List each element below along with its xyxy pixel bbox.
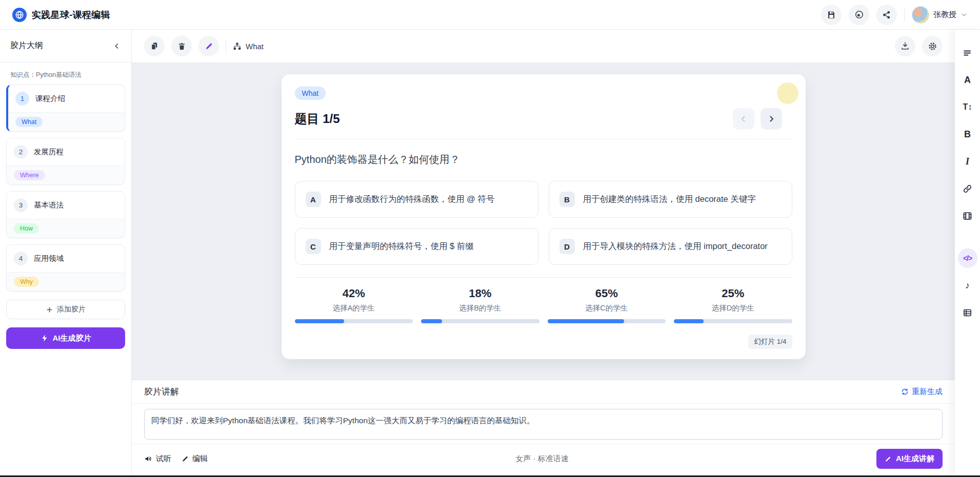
slide-type-label: What — [246, 42, 264, 51]
slide-number: 2 — [14, 145, 28, 159]
option-text: 用于创建类的特殊语法，使用 decorate 关键字 — [583, 194, 756, 205]
slide-title: 应用领域 — [34, 254, 64, 263]
outline-sidebar: 胶片大纲 知识点：Python基础语法 1 课程介绍 What — [0, 30, 132, 475]
settings-button[interactable] — [922, 36, 943, 56]
ai-generate-narration-label: AI生成讲解 — [896, 454, 934, 464]
edit-slide-button[interactable] — [198, 36, 219, 56]
slide-card-2[interactable]: 2 发展历程 Where — [6, 138, 125, 185]
progress-fill — [421, 319, 442, 323]
option-text: 用于导入模块的特殊方法，使用 import_decorator — [583, 241, 768, 252]
option-text: 用于修改函数行为的特殊函数，使用 @ 符号 — [329, 194, 495, 205]
app-window: 实践星球-课程编辑 — [0, 0, 980, 477]
user-name: 张教授 — [933, 10, 956, 19]
progress-track — [548, 319, 666, 323]
save-icon — [827, 10, 836, 19]
bold-icon[interactable]: B — [958, 125, 977, 144]
ai-generate-slides-label: AI生成胶片 — [53, 334, 91, 343]
add-slide-button[interactable]: 添加胶片 — [6, 300, 125, 319]
slide-type-badge: Where — [14, 170, 45, 180]
slide-card-4[interactable]: 4 应用领域 Why — [6, 244, 125, 292]
stat-label: 选择B的学生 — [421, 303, 539, 313]
globe-logo-icon — [12, 8, 27, 22]
slide-type-badge: How — [14, 223, 39, 234]
voice-settings-info: 女声 · 标准语速 — [515, 454, 568, 464]
next-question-button[interactable] — [761, 108, 782, 130]
decoration-circle — [777, 82, 798, 104]
duplicate-slide-button[interactable] — [144, 36, 165, 56]
slide-title: 课程介绍 — [35, 94, 65, 103]
share-button[interactable] — [876, 5, 897, 25]
slide-indicator: 幻灯片 1/4 — [748, 335, 792, 349]
share-icon — [882, 10, 891, 19]
progress-fill — [548, 319, 625, 323]
slide-list: 1 课程介绍 What 2 发展历程 Where — [0, 85, 131, 292]
knowledge-point-label: 知识点：Python基础语法 — [0, 63, 131, 85]
option-b[interactable]: B 用于创建类的特殊语法，使用 decorate 关键字 — [549, 181, 792, 218]
table-icon[interactable] — [958, 303, 977, 322]
slide-type-indicator: What — [233, 42, 264, 51]
toolbar-divider — [226, 39, 226, 53]
slide-card-1[interactable]: 1 课程介绍 What — [6, 85, 125, 132]
pencil-icon — [885, 455, 892, 463]
option-d[interactable]: D 用于导入模块的特殊方法，使用 import_decorator — [549, 228, 792, 265]
stat-percent: 18% — [421, 287, 539, 300]
prev-question-button[interactable] — [733, 108, 754, 130]
narration-text-input[interactable]: 同学们好，欢迎来到Python基础语法课程。我们将学习Python这一强大而又易… — [144, 409, 943, 440]
copy-icon — [150, 42, 159, 51]
option-a[interactable]: A 用于修改函数行为的特殊函数，使用 @ 符号 — [295, 181, 538, 218]
pencil-icon — [182, 455, 189, 463]
stats-divider — [295, 277, 792, 278]
slide-number: 4 — [14, 252, 28, 265]
slide-type-badge: Why — [14, 277, 39, 287]
slide-number: 3 — [14, 198, 28, 212]
italic-icon[interactable]: I — [958, 152, 977, 171]
lightning-icon — [41, 334, 49, 342]
preview-icon — [854, 10, 864, 19]
edit-narration-label: 编辑 — [192, 454, 208, 464]
link-icon[interactable] — [958, 179, 977, 198]
stat-label: 选择A的学生 — [295, 303, 413, 313]
question-nav — [733, 108, 782, 130]
user-menu[interactable]: 张教授 — [912, 6, 968, 24]
save-button[interactable] — [821, 5, 842, 25]
film-icon[interactable] — [958, 206, 977, 225]
app-title: 实践星球-课程编辑 — [32, 9, 110, 21]
ai-generate-narration-button[interactable]: AI生成讲解 — [876, 449, 943, 469]
slide-title: 基本语法 — [34, 200, 64, 210]
sitemap-icon — [233, 42, 242, 51]
sidebar-title: 胶片大纲 — [10, 40, 43, 51]
font-icon[interactable]: A — [958, 70, 977, 90]
stat-percent: 42% — [295, 287, 413, 300]
refresh-icon — [901, 388, 909, 396]
top-header: 实践星球-课程编辑 — [0, 0, 980, 30]
progress-fill — [295, 319, 345, 323]
listen-button[interactable]: 试听 — [144, 454, 171, 464]
editor-toolbar: What — [132, 30, 955, 63]
ai-generate-slides-button[interactable]: AI生成胶片 — [6, 327, 125, 349]
code-icon[interactable]: </> — [958, 248, 977, 268]
edit-narration-button[interactable]: 编辑 — [182, 454, 208, 464]
music-icon[interactable]: ♪ — [958, 276, 977, 295]
quiz-title: 题目 1/5 — [295, 111, 340, 127]
quiz-type-badge: What — [295, 87, 326, 100]
chevron-down-icon — [961, 11, 968, 18]
delete-slide-button[interactable] — [171, 36, 192, 56]
speaker-icon — [144, 454, 153, 463]
chevron-right-icon — [767, 114, 776, 123]
collapse-sidebar-icon[interactable] — [113, 42, 121, 50]
download-icon — [901, 42, 910, 51]
options-grid: A 用于修改函数行为的特殊函数，使用 @ 符号 B 用于创建类的特殊语法，使用 … — [295, 181, 792, 265]
brand: 实践星球-课程编辑 — [12, 8, 110, 22]
text-size-icon[interactable]: T↕ — [958, 97, 977, 117]
align-left-icon[interactable] — [958, 43, 977, 63]
slide-title: 发展历程 — [34, 147, 64, 157]
regenerate-button[interactable]: 重新生成 — [901, 387, 943, 397]
download-button[interactable] — [895, 36, 915, 56]
progress-track — [674, 319, 792, 323]
stat-c: 65% 选择C的学生 — [548, 287, 666, 323]
option-letter: D — [559, 239, 575, 254]
option-c[interactable]: C 用于变量声明的特殊符号，使用 $ 前缀 — [295, 228, 538, 265]
progress-fill — [674, 319, 704, 323]
slide-card-3[interactable]: 3 基本语法 How — [6, 191, 125, 238]
preview-button[interactable] — [849, 5, 869, 25]
